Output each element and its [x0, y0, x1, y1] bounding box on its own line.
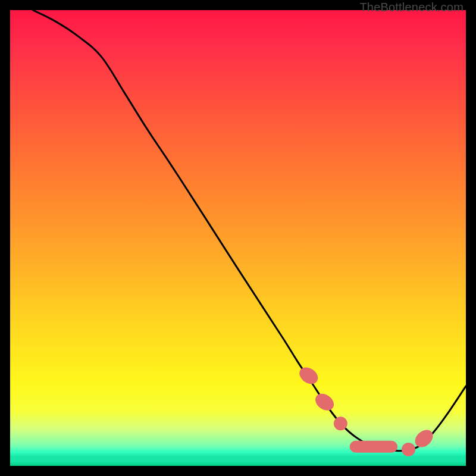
marker-bead	[402, 443, 415, 456]
marker-bead	[312, 390, 337, 414]
marker-capsule	[350, 441, 397, 453]
bottleneck-curve	[33, 10, 466, 451]
chart-plot	[10, 10, 466, 466]
chart-frame: TheBottleneck.com	[10, 10, 466, 466]
marker-bead	[334, 416, 347, 430]
curve-layer	[33, 10, 466, 451]
marker-layer	[296, 364, 436, 456]
marker-bead	[412, 427, 436, 451]
marker-bead	[296, 364, 321, 387]
